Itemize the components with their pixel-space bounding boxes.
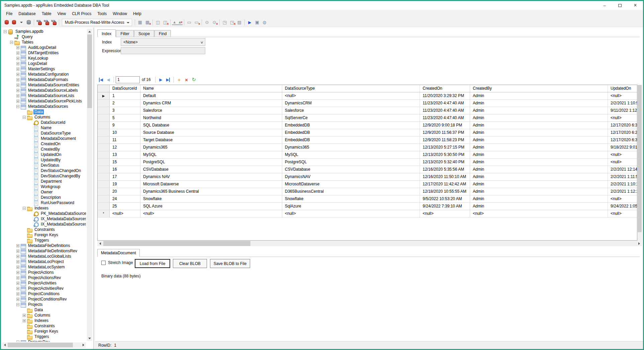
export-close-icon[interactable]: ◳× bbox=[228, 19, 236, 26]
menu-database[interactable]: Database bbox=[15, 10, 38, 18]
expand-icon[interactable]: + bbox=[16, 89, 19, 92]
grid-window-close-icon[interactable]: ◫× bbox=[162, 19, 169, 26]
tree-item-indexes[interactable]: −Indexes bbox=[2, 205, 86, 211]
cell-updatedon[interactable]: 2/2/2021 1:11:52 PM bbox=[608, 173, 637, 180]
cell-createdby[interactable]: Admin bbox=[470, 129, 608, 136]
tree-item-datasourceid[interactable]: DataSourceId bbox=[2, 120, 86, 125]
column-header-updatedon[interactable]: UpdatedOn bbox=[608, 85, 637, 92]
tree-hscroll-thumb[interactable] bbox=[8, 343, 73, 347]
tree-item-devstatuschangedby[interactable]: DevStatusChangedBy bbox=[2, 173, 86, 179]
first-record-button[interactable]: ◀ bbox=[97, 76, 105, 83]
expand-icon[interactable]: + bbox=[16, 68, 19, 71]
cell-createdby[interactable]: Admin bbox=[470, 100, 608, 107]
collapse-icon[interactable]: − bbox=[23, 207, 26, 210]
cell-updatedon[interactable]: <null> bbox=[608, 92, 637, 99]
tree-item-workgroup[interactable]: Workgroup bbox=[2, 184, 86, 189]
tree-item-metadatadatasourcelabels[interactable]: +MetadataDataSourceLabels bbox=[2, 88, 86, 93]
grid-scroll-left-button[interactable] bbox=[97, 241, 103, 246]
cell-updatedon[interactable]: 2/2/2021 12:14:32 AM bbox=[608, 166, 637, 173]
cell-datasourcetype[interactable]: EmbeddedDB bbox=[282, 122, 420, 129]
cell-datasourcetype[interactable]: EmbeddedDB bbox=[282, 129, 420, 136]
expand-icon[interactable]: + bbox=[16, 94, 19, 97]
cell-datasourcetype[interactable]: SqlAzure bbox=[282, 203, 420, 210]
tree-item-dmtargetentities[interactable]: +DMTargetEntities bbox=[2, 50, 86, 56]
tree-item-columns[interactable]: −Columns bbox=[2, 114, 86, 120]
cell-createdby[interactable]: Admin bbox=[470, 107, 608, 114]
cell-name[interactable]: Microsoft Dataverse bbox=[140, 181, 282, 188]
tree-item-samples-appdb[interactable]: −Samples.appdb bbox=[2, 29, 86, 34]
cell-updatedon[interactable]: 2/2/2021 1:10:50 PM bbox=[608, 100, 637, 107]
tree-item-runuserpassword[interactable]: RunUserPassword bbox=[2, 200, 86, 205]
cell-datasourcetype[interactable]: EmbeddedDB bbox=[282, 137, 420, 144]
record-position-input[interactable] bbox=[116, 76, 140, 83]
cell-createdon[interactable]: 11/23/2020 4:47:40 AM bbox=[420, 100, 470, 107]
cell-createdby[interactable]: Admin bbox=[470, 92, 608, 99]
tree-item-metadatafiledefinitionsrev[interactable]: +MetadataFileDefinitionsRev bbox=[2, 248, 86, 254]
menu-clr-procs[interactable]: CLR Procs bbox=[69, 10, 94, 18]
database-new-icon[interactable] bbox=[3, 19, 10, 26]
pin-record-icon[interactable]: ⊙ bbox=[203, 19, 211, 26]
cell-datasourcetype[interactable]: PostgreSQL bbox=[282, 159, 420, 166]
cell-datasourcetype[interactable]: Snowflake bbox=[282, 195, 420, 202]
refresh-records-button[interactable]: ↻ bbox=[190, 76, 198, 83]
table-row[interactable]: 5NorthwindSqlServerCe11/23/2020 4:47:40 … bbox=[98, 114, 637, 122]
cell-name[interactable]: MySQL bbox=[140, 151, 282, 158]
cell-datasourcetype[interactable]: CSVDatabase bbox=[282, 166, 420, 173]
menu-window[interactable]: Window bbox=[110, 10, 130, 18]
expand-icon[interactable]: + bbox=[16, 73, 19, 76]
close-button[interactable]: × bbox=[628, 1, 643, 10]
cell-createdby[interactable]: Admin bbox=[470, 144, 608, 151]
cell-name[interactable]: Dynamics365 bbox=[140, 144, 282, 151]
tree-scroll-down-button[interactable] bbox=[87, 336, 92, 341]
expand-icon[interactable]: + bbox=[16, 62, 19, 65]
cell-createdon[interactable]: 12/9/2020 11:56:37 PM bbox=[420, 129, 470, 136]
cell-createdon[interactable]: 12/13/2020 5:32:40 PM bbox=[420, 159, 470, 166]
tree-item-data[interactable]: Data bbox=[2, 109, 86, 114]
cell-datasourceid[interactable]: 2 bbox=[110, 100, 140, 107]
cell-datasourcetype[interactable]: <null> bbox=[282, 210, 420, 217]
tree-item-metadatadatasources[interactable]: −MetadataDataSources bbox=[2, 104, 86, 109]
table-row[interactable]: 12Dynamics365Dynamics36512/13/2020 5:27:… bbox=[98, 144, 637, 151]
cell-datasourceid[interactable]: 11 bbox=[110, 137, 140, 144]
cell-createdby[interactable]: Admin bbox=[470, 159, 608, 166]
expand-icon[interactable]: + bbox=[16, 298, 19, 301]
tree-item-columns[interactable]: +Columns bbox=[2, 313, 86, 318]
tree-item-projectactivitiesrev[interactable]: +ProjectActivitiesRev bbox=[2, 286, 86, 291]
tree-item-metadatalocsystem[interactable]: +MetadataLocSystem bbox=[2, 264, 86, 270]
cell-datasourceid[interactable]: 10 bbox=[110, 129, 140, 136]
table-row[interactable]: 16CSVDatabaseCSVDatabase12/16/2020 5:35:… bbox=[98, 166, 637, 173]
expand-icon[interactable]: + bbox=[16, 287, 19, 290]
tree-scroll-right-button[interactable] bbox=[81, 342, 86, 348]
cell-name[interactable]: Target Database bbox=[140, 137, 282, 144]
grid-hscroll-thumb[interactable] bbox=[103, 241, 250, 246]
collapse-icon[interactable]: − bbox=[16, 303, 19, 306]
menu-tools[interactable]: Tools bbox=[94, 10, 110, 18]
cell-datasourceid[interactable]: 3 bbox=[110, 107, 140, 114]
expand-icon[interactable]: + bbox=[16, 78, 19, 81]
tree-item-keylookup[interactable]: +KeyLookup bbox=[2, 56, 86, 61]
cell-datasourcetype[interactable]: D365BusinessCentral bbox=[282, 188, 420, 195]
cell-name[interactable]: Default bbox=[140, 92, 282, 99]
tree-item-query[interactable]: Query bbox=[2, 34, 86, 39]
cell-datasourceid[interactable]: 13 bbox=[110, 151, 140, 158]
table-row[interactable]: 25SQL AzureSqlAzure9/24/2022 7:39:10 AMA… bbox=[98, 203, 637, 210]
cell-createdby[interactable]: Admin bbox=[470, 195, 608, 202]
cell-createdon[interactable]: 12/13/2020 5:27:15 PM bbox=[420, 144, 470, 151]
form-view-open-icon[interactable]: ▭ bbox=[186, 19, 193, 26]
grid-window-open-icon[interactable]: ◫ bbox=[154, 19, 162, 26]
expand-icon[interactable]: + bbox=[16, 46, 19, 49]
tree-item-projectactionsrev[interactable]: +ProjectActionsRev bbox=[2, 275, 86, 280]
cell-name[interactable]: SQL Azure bbox=[140, 203, 282, 210]
cell-updatedon[interactable]: <null> bbox=[608, 151, 637, 158]
menu-file[interactable]: File bbox=[3, 10, 15, 18]
column-header-name[interactable]: Name bbox=[140, 85, 282, 92]
cell-datasourceid[interactable]: 5 bbox=[110, 114, 140, 121]
tab-find[interactable]: Find bbox=[154, 30, 171, 37]
tree-vscroll-thumb[interactable] bbox=[87, 34, 92, 108]
load-from-file-button[interactable]: Load from File bbox=[135, 259, 170, 268]
tree-item-projectactivities[interactable]: +ProjectActivities bbox=[2, 280, 86, 286]
tree-item-tables[interactable]: −Tables bbox=[2, 39, 86, 45]
column-header-createdon[interactable]: CreatedOn bbox=[420, 85, 470, 92]
cell-createdby[interactable]: Admin bbox=[470, 122, 608, 129]
cell-datasourceid[interactable]: 15 bbox=[110, 159, 140, 166]
